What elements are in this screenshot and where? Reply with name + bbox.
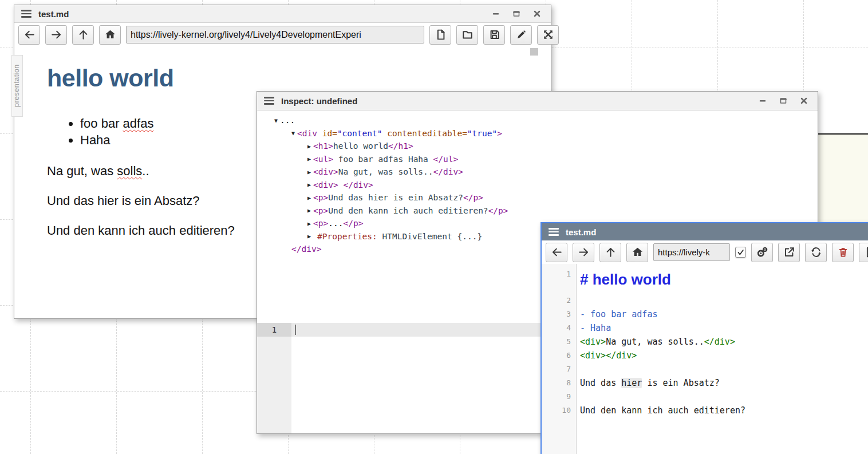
up-button[interactable] xyxy=(72,25,94,45)
menu-icon[interactable] xyxy=(21,10,31,18)
save-button[interactable] xyxy=(483,25,505,45)
menu-icon[interactable] xyxy=(549,228,559,236)
editor-line[interactable]: 8Und das hier is ein Absatz? xyxy=(542,376,868,390)
scrollbar-thumb[interactable] xyxy=(530,48,538,56)
back-button[interactable] xyxy=(18,25,40,45)
editor-line[interactable]: 4- Haha xyxy=(542,321,868,335)
misspelled-word: adfas xyxy=(123,116,154,131)
editor-line[interactable]: 9 xyxy=(542,390,868,404)
folder-icon xyxy=(461,29,474,41)
refresh-icon xyxy=(810,246,822,258)
titlebar[interactable]: Inspect: undefined xyxy=(257,92,818,110)
forward-button[interactable] xyxy=(45,25,67,45)
window-controls xyxy=(491,9,544,18)
line-number: 10 xyxy=(542,404,576,417)
dom-tree-row[interactable]: ▶<ul> foo bar adfas Haha </ul> xyxy=(274,153,818,166)
line-number: 1 xyxy=(257,323,291,337)
open-external-icon xyxy=(783,246,795,258)
new-file-button[interactable] xyxy=(429,25,451,45)
move-icon xyxy=(542,29,554,41)
home-button[interactable] xyxy=(99,25,121,45)
disclosure-triangle[interactable]: ▶ xyxy=(307,233,317,239)
disclosure-triangle[interactable]: ▶ xyxy=(307,207,313,214)
url-input[interactable] xyxy=(126,26,424,44)
disclosure-triangle[interactable]: ▶ xyxy=(307,169,313,175)
forward-button[interactable] xyxy=(573,243,594,262)
titlebar[interactable]: test.md xyxy=(14,5,551,23)
window-title: test.md xyxy=(38,9,69,19)
settings-button[interactable] xyxy=(751,243,773,262)
settings-icon xyxy=(756,246,768,258)
new-file-icon xyxy=(435,29,447,41)
presentation-tab[interactable]: presentation xyxy=(11,55,23,117)
forward-icon xyxy=(50,29,62,41)
editor-line[interactable]: 5<div>Na gut, was solls..</div> xyxy=(542,335,868,349)
new-file-button[interactable] xyxy=(859,243,868,262)
dom-tree-row[interactable]: ▶<h1>hello world</h1> xyxy=(274,140,818,153)
dom-tree-row[interactable]: ▶<p>Und den kann ich auch editieren?</p> xyxy=(274,204,818,218)
move-button[interactable] xyxy=(537,25,559,45)
refresh-button[interactable] xyxy=(805,243,827,262)
line-number: 5 xyxy=(542,335,576,349)
home-button[interactable] xyxy=(626,243,648,262)
home-icon xyxy=(104,29,116,41)
up-icon xyxy=(605,246,617,258)
dom-tree-row[interactable]: ▶<p>Und das hier is ein Absatz?</p> xyxy=(274,191,818,204)
doc-heading: hello world xyxy=(47,64,551,92)
dom-tree-row[interactable]: ▼<div id="content" contenteditable="true… xyxy=(274,127,818,140)
line-number: 9 xyxy=(542,390,576,404)
editor-line[interactable]: 2 xyxy=(542,294,868,307)
editor-line[interactable]: 6<div></div> xyxy=(542,349,868,362)
disclosure-triangle[interactable]: ▶ xyxy=(307,195,313,201)
up-icon xyxy=(77,29,89,41)
window-controls xyxy=(758,96,811,105)
edit-icon xyxy=(515,29,527,41)
browser-toolbar xyxy=(14,23,551,47)
dom-tree-row[interactable]: ▼... xyxy=(274,114,818,127)
editor-line[interactable]: 1# hello world xyxy=(542,265,868,294)
text-cursor xyxy=(295,325,296,335)
dom-tree-row[interactable]: ▶<div>Na gut, was solls..</div> xyxy=(274,165,818,179)
disclosure-triangle[interactable]: ▼ xyxy=(274,117,280,124)
disclosure-triangle[interactable]: ▶ xyxy=(307,220,313,227)
disclosure-triangle[interactable]: ▶ xyxy=(307,143,313,149)
line-number: 3 xyxy=(542,307,576,321)
save-icon xyxy=(488,29,500,41)
window-title: Inspect: undefined xyxy=(281,96,357,106)
line-number: 6 xyxy=(542,349,576,362)
folder-button[interactable] xyxy=(456,25,478,45)
editor-line[interactable]: 7 xyxy=(542,362,868,376)
open-external-button[interactable] xyxy=(778,243,800,262)
editor-line[interactable]: 10Und den kann ich auch editieren? xyxy=(542,404,868,417)
line-number: 4 xyxy=(542,321,576,335)
close-button[interactable] xyxy=(532,9,542,18)
close-button[interactable] xyxy=(799,96,808,105)
minimize-button[interactable] xyxy=(491,9,500,18)
up-button[interactable] xyxy=(599,243,621,262)
menu-icon[interactable] xyxy=(264,97,274,105)
editor-line[interactable]: 3- foo bar adfas xyxy=(542,307,868,321)
code-editor[interactable]: 1# hello world23- foo bar adfas4- Haha5<… xyxy=(542,264,868,454)
delete-icon xyxy=(837,246,849,258)
browser-toolbar xyxy=(542,240,868,264)
minimize-button[interactable] xyxy=(758,96,767,105)
disclosure-triangle[interactable]: ▼ xyxy=(291,130,297,136)
dom-tree-row[interactable]: ▶<div> </div> xyxy=(274,179,818,192)
maximize-button[interactable] xyxy=(779,96,788,105)
window-title: test.md xyxy=(566,227,596,237)
url-input[interactable] xyxy=(653,243,730,261)
maximize-button[interactable] xyxy=(512,9,521,18)
auto-update-checkbox[interactable] xyxy=(735,247,746,258)
delete-button[interactable] xyxy=(832,243,854,262)
editor-lines: 1# hello world23- foo bar adfas4- Haha5<… xyxy=(542,264,868,417)
edit-button[interactable] xyxy=(510,25,532,45)
line-number: 8 xyxy=(542,376,576,390)
back-icon xyxy=(551,246,563,258)
back-button[interactable] xyxy=(546,243,567,262)
disclosure-triangle[interactable]: ▶ xyxy=(307,156,313,162)
line-number: 1 xyxy=(542,265,576,294)
disclosure-triangle[interactable]: ▶ xyxy=(307,181,313,188)
titlebar[interactable]: test.md xyxy=(542,223,868,240)
line-number: 2 xyxy=(542,294,576,307)
new-file-icon xyxy=(864,246,868,258)
